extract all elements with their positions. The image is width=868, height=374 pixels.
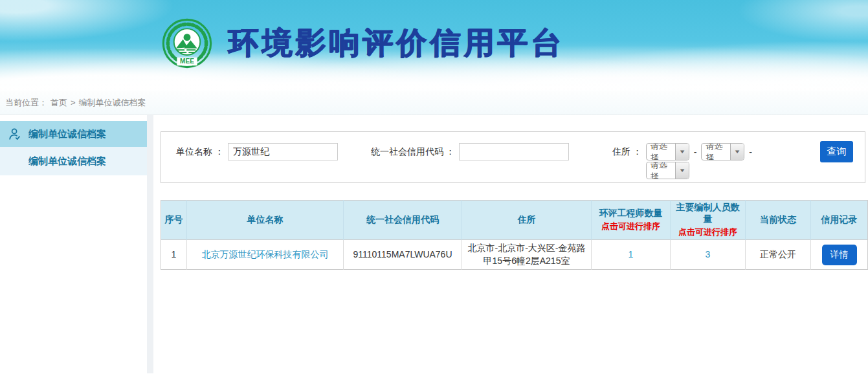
- col-header-staff-count-label: 主要编制人员数量: [673, 202, 742, 225]
- sidebar-section-label: 编制单位诚信档案: [28, 128, 106, 140]
- address-separator: -: [694, 147, 697, 157]
- chevron-down-icon: ▼: [734, 149, 741, 155]
- credit-code-input[interactable]: [459, 143, 569, 160]
- col-header-unit-name: 单位名称: [187, 201, 344, 240]
- sort-hint: 点击可进行排序: [673, 226, 742, 238]
- person-check-icon: [8, 127, 22, 141]
- sidebar-content-divider: [147, 115, 153, 373]
- content-area: 单位名称 ： 统一社会信用代码 ： 住所 ： 请选择 ▼ - 请选择 ▼ -: [153, 115, 868, 373]
- table-row: 1 北京万源世纪环保科技有限公司 91110115MA7LWUA76U 北京市-…: [161, 240, 868, 270]
- results-table: 序号 单位名称 统一社会信用代码 住所 环评工程师数量 点击可进行排序 主要编制…: [161, 200, 868, 270]
- sidebar-item-unit-credit-archive[interactable]: 编制单位诚信档案: [0, 147, 147, 175]
- province-select[interactable]: 请选择 ▼: [646, 143, 689, 160]
- staff-count-link[interactable]: 3: [706, 249, 711, 259]
- district-select[interactable]: 请选择 ▼: [646, 162, 689, 179]
- city-select[interactable]: 请选择 ▼: [701, 143, 744, 160]
- site-title: 环境影响评价信用平台: [228, 27, 564, 58]
- col-header-status: 当前状态: [746, 201, 811, 240]
- sidebar-section-header[interactable]: 编制单位诚信档案: [0, 121, 147, 147]
- unit-name-input[interactable]: [228, 143, 338, 160]
- province-select-value: 请选择: [647, 144, 675, 160]
- col-header-credit-record: 信用记录: [811, 201, 868, 240]
- site-banner: MEE 环境影响评价信用平台: [0, 0, 868, 91]
- query-button[interactable]: 查询: [820, 141, 853, 162]
- col-header-engineer-count-sortable[interactable]: 环评工程师数量 点击可进行排序: [592, 201, 671, 240]
- district-select-arrow-button[interactable]: ▼: [675, 162, 689, 179]
- breadcrumb-separator: >: [71, 98, 76, 107]
- col-header-staff-count-sortable[interactable]: 主要编制人员数量 点击可进行排序: [671, 201, 746, 240]
- breadcrumb-current: 编制单位诚信档案: [79, 97, 146, 109]
- col-header-index: 序号: [161, 201, 187, 240]
- unit-name-link[interactable]: 北京万源世纪环保科技有限公司: [202, 249, 329, 259]
- unit-name-label: 单位名称 ：: [176, 146, 224, 158]
- chevron-down-icon: ▼: [678, 149, 685, 155]
- breadcrumb-label: 当前位置：: [5, 97, 47, 109]
- credit-code-cell: 91110115MA7LWUA76U: [344, 240, 462, 270]
- province-select-arrow-button[interactable]: ▼: [675, 144, 689, 160]
- address-cell: 北京市-北京市-大兴区-金苑路甲15号6幢2层A215室: [462, 240, 592, 270]
- city-select-value: 请选择: [702, 144, 730, 160]
- svg-text:MEE: MEE: [180, 58, 194, 65]
- district-select-value: 请选择: [647, 162, 675, 179]
- sidebar: 编制单位诚信档案 编制单位诚信档案: [0, 115, 147, 373]
- sidebar-item-label: 编制单位诚信档案: [28, 155, 106, 168]
- breadcrumb-home-link[interactable]: 首页: [50, 97, 67, 109]
- mee-logo-icon: MEE: [162, 18, 212, 69]
- row-index-cell: 1: [161, 240, 187, 270]
- col-header-credit-code: 统一社会信用代码: [344, 201, 462, 240]
- city-select-arrow-button[interactable]: ▼: [730, 144, 744, 160]
- search-panel: 单位名称 ： 统一社会信用代码 ： 住所 ： 请选择 ▼ - 请选择 ▼ -: [161, 131, 865, 183]
- table-header-row: 序号 单位名称 统一社会信用代码 住所 环评工程师数量 点击可进行排序 主要编制…: [161, 201, 868, 240]
- address-separator: -: [749, 147, 752, 157]
- credit-code-label: 统一社会信用代码 ：: [371, 146, 455, 158]
- status-cell: 正常公开: [746, 240, 811, 270]
- address-label: 住所 ：: [612, 146, 642, 158]
- sort-hint: 点击可进行排序: [594, 221, 667, 232]
- engineer-count-link[interactable]: 1: [629, 249, 634, 259]
- col-header-engineer-count-label: 环评工程师数量: [594, 208, 667, 219]
- breadcrumb: 当前位置： 首页 > 编制单位诚信档案: [0, 91, 868, 115]
- detail-button[interactable]: 详情: [822, 245, 857, 265]
- col-header-address: 住所: [462, 201, 592, 240]
- chevron-down-icon: ▼: [678, 168, 685, 173]
